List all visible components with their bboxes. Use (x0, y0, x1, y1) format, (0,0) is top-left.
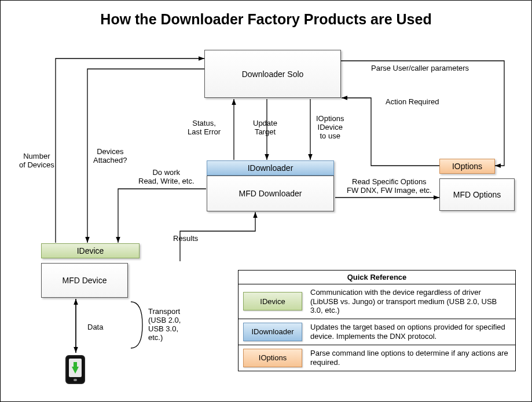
label-action-required: Action Required (386, 98, 439, 107)
download-arrow-icon (72, 367, 79, 374)
diagram-title: How the Downloader Factory Products are … (1, 11, 531, 28)
label-devices-attached: Devices Attached? (93, 148, 127, 165)
node-ioptions: IOptions (439, 159, 495, 174)
label-number-of-devices: Number of Devices (19, 152, 54, 170)
quick-reference-row: IDevice Communication with the device re… (239, 284, 515, 319)
node-label: IOptions (452, 162, 482, 171)
chip-ioptions: IOptions (243, 349, 302, 367)
node-label: MFD Options (453, 190, 501, 199)
chip-idownloader: IDownloader (243, 323, 302, 341)
label-do-work: Do work Read, Write, etc. (138, 169, 195, 186)
node-label: IDevice (77, 246, 104, 255)
node-label: MFD Downloader (239, 189, 302, 198)
node-mfd-downloader: MFD Downloader (207, 176, 334, 211)
quick-reference-desc: Updates the target based on options prov… (310, 323, 511, 341)
label-parse-params: Parse User/caller parameters (371, 64, 469, 73)
quick-reference-table: Quick Reference IDevice Communication wi… (238, 270, 516, 371)
node-downloader-solo: Downloader Solo (204, 50, 341, 98)
label-read-specific: Read Specific Options FW DNX, FW Image, … (347, 178, 432, 195)
chip-idevice: IDevice (243, 292, 302, 310)
node-idevice: IDevice (41, 243, 140, 258)
label-transport: Transport (USB 2.0, USB 3.0, etc.) (148, 308, 181, 342)
node-mfd-device: MFD Device (41, 263, 128, 298)
label-ioptions-idevice: IOptions IDevice to use (316, 115, 344, 141)
label-update-target: Update Target (253, 119, 277, 137)
quick-reference-desc: Parse command line options to determine … (310, 349, 511, 367)
node-label: Downloader Solo (242, 70, 304, 79)
label-status-last-error: Status, Last Error (188, 119, 221, 137)
node-mfd-options: MFD Options (439, 178, 515, 211)
node-idownloader: IDownloader (207, 160, 334, 176)
quick-reference-heading: Quick Reference (239, 271, 515, 284)
node-label: MFD Device (62, 276, 107, 285)
label-results: Results (173, 235, 198, 243)
node-label: IDownloader (248, 163, 293, 173)
quick-reference-desc: Communication with the device regardless… (310, 288, 511, 315)
diagram-canvas: How the Downloader Factory Products are … (0, 0, 532, 402)
label-data: Data (87, 323, 103, 332)
quick-reference-row: IOptions Parse command line options to d… (239, 345, 515, 371)
quick-reference-row: IDownloader Updates the target based on … (239, 319, 515, 345)
